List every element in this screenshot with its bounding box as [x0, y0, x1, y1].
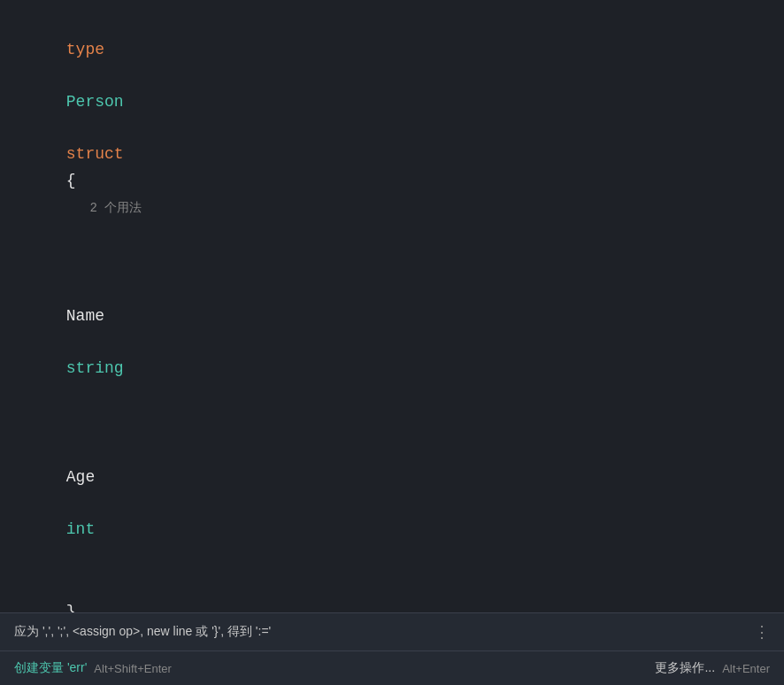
- line-1: type Person struct { 2 个用法: [0, 9, 784, 249]
- line-3: Age int: [0, 410, 784, 571]
- hint-panel: 应为 ',', ';', <assign op>, new line 或 '}'…: [0, 612, 784, 685]
- hint-create-variable-link[interactable]: 创建变量 'err': [14, 660, 87, 676]
- hint-action-shortcut: Alt+Shift+Enter: [94, 662, 171, 675]
- hint-more-actions-link[interactable]: 更多操作...: [655, 660, 715, 676]
- hint-error-text: 应为 ',', ';', <assign op>, new line 或 '}'…: [14, 624, 754, 640]
- line-2: Name string: [0, 249, 784, 410]
- type-person: Person: [66, 93, 124, 111]
- keyword-type: type: [66, 41, 104, 58]
- hint-error-row: 应为 ',', ';', <assign op>, new line 或 '}'…: [0, 613, 784, 651]
- hint-more-options-icon[interactable]: ⋮: [754, 622, 770, 642]
- keyword-struct: struct: [66, 145, 124, 163]
- hint-more-shortcut: Alt+Enter: [722, 662, 770, 675]
- hint-action-row: 创建变量 'err' Alt+Shift+Enter 更多操作... Alt+E…: [0, 651, 784, 685]
- code-editor: type Person struct { 2 个用法 Name string A…: [0, 0, 784, 685]
